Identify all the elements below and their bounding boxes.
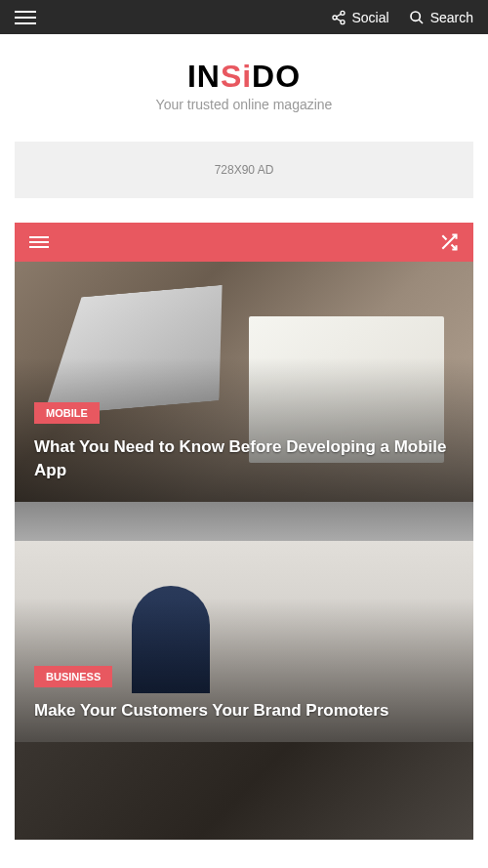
svg-line-4 [336,14,341,17]
search-button[interactable]: Search [409,10,473,25]
logo-part1: IN [187,59,221,94]
article-content: MOBILE What You Need to Know Before Deve… [34,402,454,482]
svg-point-1 [333,16,337,20]
site-tagline: Your trusted online magazine [0,97,488,112]
category-tag[interactable]: BUSINESS [34,666,112,687]
ad-label: 728X90 AD [215,163,274,177]
main-menu-icon[interactable] [15,11,36,24]
feature-header [15,223,473,262]
ad-banner[interactable]: 728X90 AD [15,142,473,198]
svg-line-3 [336,19,341,21]
social-label: Social [352,10,389,25]
feature-section: MOBILE What You Need to Know Before Deve… [15,223,473,840]
logo-accent: Si [221,59,252,94]
svg-line-9 [442,235,446,239]
feature-menu-icon[interactable] [29,236,49,248]
article-title: What You Need to Know Before Developing … [34,435,454,482]
logo-part3: DO [252,59,301,94]
shuffle-icon[interactable] [439,232,459,252]
search-icon [409,10,425,25]
logo-section: INSiDO Your trusted online magazine [0,34,488,127]
article-card[interactable]: MOBILE What You Need to Know Before Deve… [15,262,473,502]
article-image [15,742,473,840]
svg-line-6 [419,20,423,23]
topbar-right: Social Search [331,10,474,25]
article-content: BUSINESS Make Your Customers Your Brand … [34,666,454,723]
svg-point-0 [341,11,345,15]
svg-point-5 [411,12,420,21]
article-title: Make Your Customers Your Brand Promoters [34,699,454,723]
social-button[interactable]: Social [331,10,389,25]
site-logo[interactable]: INSiDO [0,59,488,95]
article-card[interactable]: BUSINESS Make Your Customers Your Brand … [15,502,473,742]
share-icon [331,10,346,25]
article-card-partial[interactable] [15,742,473,840]
svg-point-2 [341,20,345,23]
topbar: Social Search [0,0,488,34]
category-tag[interactable]: MOBILE [34,402,100,424]
search-label: Search [430,10,473,25]
